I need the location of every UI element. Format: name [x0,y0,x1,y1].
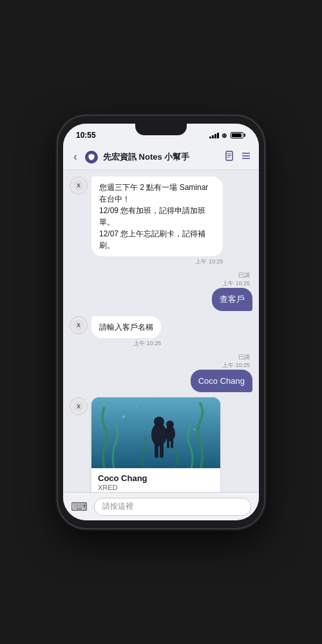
svg-rect-17 [160,444,164,458]
menu-button[interactable] [241,151,251,164]
message-row-4: 已讀 上午 10:25 Coco Chang [70,353,252,393]
message-bubble-2: 查客戶 [212,288,252,311]
svg-point-23 [194,429,196,431]
doc-button[interactable] [224,151,234,164]
svg-point-19 [166,421,174,428]
card-image [91,397,220,468]
svg-point-22 [122,415,125,418]
message-bubble-1: 您週三下午 2 點有一場 Saminar 在台中！ 12/09 您有加班，記得申… [91,176,223,256]
message-input[interactable]: 請按這裡 [94,498,251,516]
bubble-wrap-3: 請輸入客戶名稱 上午 10:25 [91,316,161,348]
message-time-3: 上午 10:25 [91,339,161,348]
card-company: XRED [98,484,214,491]
signal-bars-icon [209,132,219,138]
nav-actions [224,151,251,164]
card-name: Coco Chang [98,473,214,483]
svg-point-24 [136,406,137,408]
battery-icon [231,132,243,138]
message-row-2: 已讀 上午 10:25 查客戶 [70,271,252,311]
bot-avatar-2: X [70,316,88,334]
read-label-2: 已讀 [238,271,250,279]
message-row-card: X [70,397,252,492]
message-time-1: 上午 10:25 [91,258,223,266]
wifi-icon: ⊛ [222,132,227,139]
message-bubble-3: 請輸入客戶名稱 [91,316,161,338]
bot-avatar: X [70,176,88,194]
keyboard-icon[interactable]: ⌨ [71,500,88,514]
message-row-3: X 請輸入客戶名稱 上午 10:25 [70,316,252,348]
chat-area: X 您週三下午 2 點有一場 Saminar 在台中！ 12/09 您有加班，記… [63,170,259,492]
shield-icon [85,151,98,164]
status-icons: ⊛ [209,132,243,139]
message-time-2: 上午 10:25 [222,279,250,288]
svg-point-15 [154,417,164,427]
svg-text:X: X [77,182,80,189]
back-button[interactable]: ‹ [71,147,80,166]
message-time-4: 上午 10:25 [222,361,250,370]
bubble-wrap-1: 您週三下午 2 點有一場 Saminar 在台中！ 12/09 您有加班，記得申… [91,176,223,266]
card-bubble-wrap: Coco Chang XRED 0938-132-331 02-7725-296… [91,397,220,492]
status-time: 10:55 [76,131,96,140]
message-bubble-4: Coco Chang [191,370,252,393]
svg-rect-20 [167,439,169,448]
svg-text:X: X [77,403,80,410]
nav-bar: ‹ 先宏資訊 Notes 小幫手 [63,144,259,170]
svg-rect-16 [155,444,158,458]
contact-card[interactable]: Coco Chang XRED 0938-132-331 02-7725-296… [91,397,220,492]
svg-text:X: X [77,322,80,328]
bot-avatar-3: X [70,397,88,415]
message-row-1: X 您週三下午 2 點有一場 Saminar 在台中！ 12/09 您有加班，記… [70,176,252,266]
nav-title: 先宏資訊 Notes 小幫手 [103,151,219,163]
card-content: Coco Chang XRED 0938-132-331 02-7725-296… [91,468,220,492]
read-label-4: 已讀 [238,353,250,361]
bottom-bar: ⌨ 請按這裡 [63,492,259,520]
svg-rect-21 [171,439,173,448]
